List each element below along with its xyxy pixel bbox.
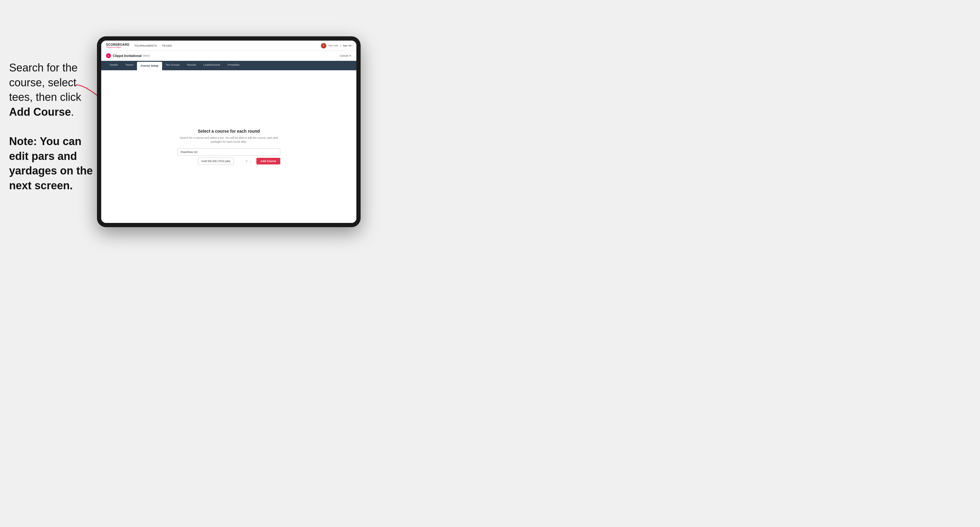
user-avatar: T	[321, 43, 326, 48]
nav-links: TOURNAMENTS TEAMS	[134, 44, 172, 47]
course-search-input[interactable]	[177, 148, 280, 156]
clear-tee-button[interactable]: ✕	[245, 160, 248, 163]
tab-course-setup[interactable]: Course Setup	[137, 62, 162, 70]
logo-area: SCOREBOARD Powered by clippd	[106, 43, 129, 48]
tournament-subtitle: (Men)	[143, 54, 150, 57]
tab-nav: Details Teams Course Setup Tee Groups Re…	[101, 61, 356, 70]
note-line3: yardages on the	[9, 165, 93, 177]
note-line1: Note: You can	[9, 135, 81, 148]
tab-details[interactable]: Details	[106, 61, 122, 70]
tee-select-wrapper: Gold (M) (M) (7010 yds) ✕	[177, 157, 255, 165]
course-card-description: Search for a course and select a tee. Yo…	[177, 136, 280, 144]
instruction-line2: course, select	[9, 76, 76, 89]
logo-text: SCOREBOARD	[106, 43, 129, 46]
user-name: Test User	[328, 44, 339, 47]
tab-teams[interactable]: Teams	[122, 61, 137, 70]
instruction-line3: tees, then click	[9, 91, 81, 103]
sign-out-link[interactable]: Sign out	[343, 44, 352, 47]
tablet-screen: SCOREBOARD Powered by clippd TOURNAMENTS…	[101, 41, 356, 223]
note-line4: next screen.	[9, 179, 73, 192]
content-area: Select a course for each round Search fo…	[101, 70, 356, 223]
nav-tournaments[interactable]: TOURNAMENTS	[134, 44, 157, 47]
tournament-header: C Clippd Invitational (Men) Cancel ✕	[101, 51, 356, 61]
add-course-button[interactable]: Add Course	[256, 158, 280, 165]
note-line2: edit pars and	[9, 150, 77, 162]
logo-sub: Powered by clippd	[106, 46, 129, 48]
tablet-frame: SCOREBOARD Powered by clippd TOURNAMENTS…	[97, 37, 361, 227]
instruction-bold: Add Course	[9, 106, 71, 118]
tab-leaderboards[interactable]: Leaderboards	[200, 61, 224, 70]
tee-select[interactable]: Gold (M) (M) (7010 yds)	[198, 157, 234, 165]
tab-tee-groups[interactable]: Tee Groups	[162, 61, 184, 70]
nav-teams[interactable]: TEAMS	[162, 44, 172, 47]
tournament-title: Clippd Invitational	[113, 54, 142, 57]
course-card-title: Select a course for each round	[177, 129, 280, 133]
tournament-icon: C	[106, 53, 111, 58]
cancel-button[interactable]: Cancel ✕	[340, 54, 352, 57]
tab-results[interactable]: Results	[183, 61, 200, 70]
instruction-line1: Search for the	[9, 62, 78, 74]
tab-printables[interactable]: Printables	[224, 61, 243, 70]
instruction-text: Search for the course, select tees, then…	[9, 60, 97, 193]
tee-selector-row: Gold (M) (M) (7010 yds) ✕ Add Course	[177, 157, 280, 165]
top-nav: SCOREBOARD Powered by clippd TOURNAMENTS…	[101, 41, 356, 51]
course-card: Select a course for each round Search fo…	[177, 129, 280, 165]
nav-right: T Test User | Sign out	[321, 43, 352, 48]
